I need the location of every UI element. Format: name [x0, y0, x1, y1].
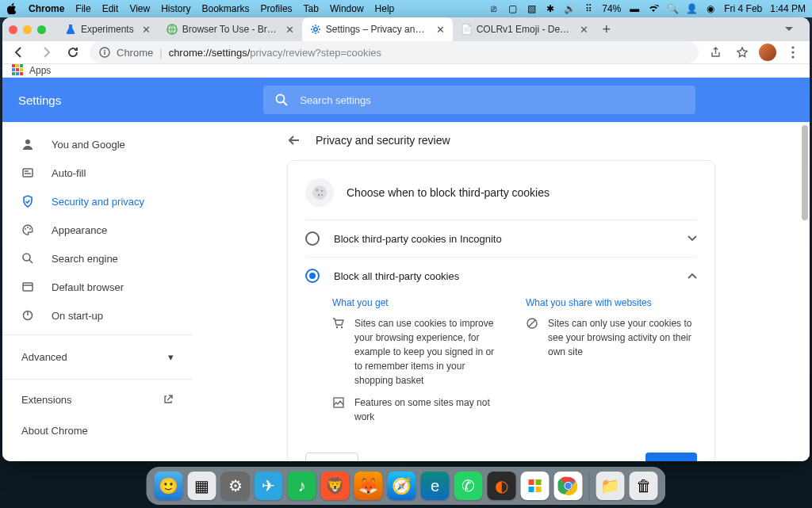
omnibox-chip: Chrome	[117, 47, 153, 59]
dock-settings-icon[interactable]: ⚙	[221, 472, 250, 500]
forward-button[interactable]	[36, 42, 56, 63]
close-tab-icon[interactable]: ✕	[285, 24, 294, 36]
reload-button[interactable]	[63, 42, 83, 63]
sidebar-item-autofill[interactable]: Auto-fill	[2, 159, 193, 187]
control-center-icon[interactable]: ⠿	[583, 3, 594, 14]
svg-rect-10	[23, 169, 33, 177]
tab-colrv1[interactable]: 📄 COLRv1 Emoji - Demo, non-san ✕	[453, 17, 596, 41]
dock-finder-icon[interactable]: 🙂	[155, 472, 183, 500]
spotlight-icon[interactable]: 🔍	[667, 3, 678, 14]
menu-tab[interactable]: Tab	[304, 3, 319, 14]
apple-logo-icon[interactable]	[6, 3, 17, 14]
about-label: About Chrome	[21, 425, 88, 437]
dock-spotify-icon[interactable]: ♪	[288, 472, 316, 500]
bluetooth-icon[interactable]: ✱	[545, 3, 556, 14]
close-tab-icon[interactable]: ✕	[436, 24, 445, 36]
sidebar-item-search-engine[interactable]: Search engine	[2, 244, 193, 273]
tab-list-button[interactable]	[784, 26, 803, 32]
volume-icon[interactable]: 🔊	[564, 3, 575, 14]
dock-telegram-icon[interactable]: ✈	[255, 472, 283, 500]
dock-brave-icon[interactable]: 🦁	[321, 472, 350, 500]
sidebar-item-label: On start-up	[52, 310, 103, 322]
dock-chrome-icon[interactable]	[554, 472, 583, 500]
radio-unselected[interactable]	[305, 231, 320, 246]
battery-icon[interactable]: ▬	[629, 3, 640, 14]
close-tab-icon[interactable]: ✕	[580, 24, 588, 36]
minimize-window-button[interactable]	[23, 25, 32, 34]
sidebar-extensions[interactable]: Extensions	[2, 384, 193, 415]
svg-point-21	[321, 194, 323, 196]
address-bar[interactable]: Chrome | chrome://settings/privacy/revie…	[90, 41, 699, 63]
sidebar-item-appearance[interactable]: Appearance	[2, 216, 193, 244]
sidebar-item-default-browser[interactable]: Default browser	[2, 273, 193, 301]
dock-downloads-icon[interactable]: 📁	[596, 472, 625, 500]
settings-header: Settings Search settings	[2, 78, 810, 122]
display-icon[interactable]: ▢	[507, 3, 518, 14]
scrollbar[interactable]	[802, 125, 808, 220]
menu-edit[interactable]: Edit	[102, 3, 119, 14]
menu-profiles[interactable]: Profiles	[261, 3, 293, 14]
dock-app-icon[interactable]: ◐	[488, 472, 516, 500]
new-tab-button[interactable]: +	[596, 19, 617, 40]
dock-whatsapp-icon[interactable]: ✆	[454, 472, 483, 500]
tab-label: Settings – Privacy and security	[326, 24, 428, 35]
menu-file[interactable]: File	[75, 3, 90, 14]
dock-microsoft-icon[interactable]	[521, 472, 550, 500]
site-info-icon[interactable]	[99, 47, 110, 58]
close-window-button[interactable]	[9, 25, 17, 34]
menu-history[interactable]: History	[161, 3, 190, 14]
chrome-window: Experiments ✕ Browser To Use - Browser T…	[2, 17, 810, 461]
chrome-menu-button[interactable]	[783, 42, 803, 63]
share-button[interactable]	[705, 42, 726, 63]
sidebar-item-you-and-google[interactable]: You and Google	[2, 130, 193, 159]
menubar-date[interactable]: Fri 4 Feb	[724, 3, 762, 14]
next-button[interactable]: Next	[645, 453, 697, 461]
back-button[interactable]	[9, 42, 29, 63]
cast-icon[interactable]: ⎚	[488, 3, 499, 14]
apps-icon[interactable]	[12, 64, 25, 77]
back-button[interactable]: Back	[305, 453, 358, 461]
close-tab-icon[interactable]: ✕	[142, 24, 151, 36]
svg-point-13	[29, 228, 31, 230]
svg-point-33	[565, 483, 572, 489]
tab-experiments[interactable]: Experiments ✕	[57, 17, 159, 41]
dock-firefox-icon[interactable]: 🦊	[354, 472, 383, 500]
wifi-icon[interactable]	[648, 3, 659, 14]
dock-safari-icon[interactable]: 🧭	[388, 472, 416, 500]
dock-launchpad-icon[interactable]: ▦	[188, 472, 216, 500]
extensions-label: Extensions	[21, 394, 72, 406]
menubar-time[interactable]: 1:44 PM	[770, 3, 806, 14]
sidebar-item-security[interactable]: Security and privacy	[2, 187, 193, 216]
menubar-app-name[interactable]: Chrome	[29, 3, 64, 14]
sidebar-advanced[interactable]: Advanced▾	[2, 340, 193, 374]
url-path-bold: chrome://settings/	[169, 47, 251, 59]
user-switch-icon[interactable]: 👤	[686, 3, 697, 14]
menu-bookmarks[interactable]: Bookmarks	[202, 3, 250, 14]
radio-selected[interactable]	[305, 269, 320, 283]
flask-icon	[65, 24, 76, 35]
dock-trash-icon[interactable]: 🗑	[630, 472, 658, 500]
menu-window[interactable]: Window	[330, 3, 364, 14]
battery-percent[interactable]: 74%	[602, 3, 621, 14]
profile-avatar[interactable]	[759, 44, 776, 61]
maximize-window-button[interactable]	[37, 25, 46, 34]
browser-icon	[21, 281, 36, 293]
apps-label[interactable]: Apps	[29, 65, 51, 76]
back-arrow-icon[interactable]	[287, 133, 301, 147]
sidebar-about-chrome[interactable]: About Chrome	[2, 415, 193, 446]
sidebar-item-label: Default browser	[52, 281, 124, 293]
url-path-rest: privacy/review?step=cookies	[250, 47, 381, 59]
option-block-incognito[interactable]: Block third-party cookies in Incognito	[305, 220, 697, 257]
tab-browser-tips[interactable]: Browser To Use - Browser Tips ✕	[159, 17, 302, 41]
menu-help[interactable]: Help	[375, 3, 395, 14]
menu-view[interactable]: View	[129, 3, 150, 14]
screen-share-icon[interactable]: ▧	[526, 3, 537, 14]
option-block-all[interactable]: Block all third-party cookies	[305, 257, 697, 294]
dock-edge-icon[interactable]: e	[421, 472, 450, 500]
bookmark-star-button[interactable]	[732, 42, 753, 63]
sidebar-item-on-startup[interactable]: On start-up	[2, 301, 193, 330]
option-details: What you get Sites can use cookies to im…	[305, 294, 697, 438]
search-settings-input[interactable]: Search settings	[263, 86, 695, 114]
tab-settings[interactable]: Settings – Privacy and security ✕	[302, 17, 453, 41]
siri-icon[interactable]: ◉	[705, 3, 716, 14]
